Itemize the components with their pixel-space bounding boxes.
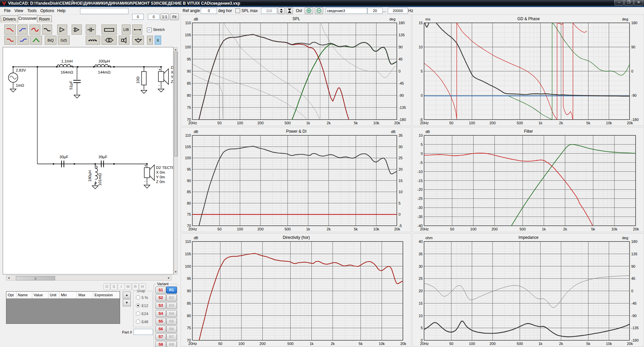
ref-angle-input[interactable] <box>201 8 217 14</box>
close-button[interactable]: ✕ <box>634 0 643 5</box>
capacitor-c1[interactable] <box>73 80 81 83</box>
tool-bandpass-red-button[interactable] <box>30 25 40 35</box>
column-header-value[interactable]: Value <box>32 292 48 298</box>
variant-s8-button[interactable]: S8 <box>155 341 166 347</box>
tool-speaker-button[interactable] <box>119 36 129 45</box>
overlay-remove-button[interactable] <box>315 7 323 14</box>
title-bar[interactable]: VituixCAD: D:\YandexDisk\СЕМЕЙНОЕ\ДИНАМИ… <box>0 0 644 7</box>
tool-lowpass-red-button[interactable] <box>4 25 16 35</box>
tool-buffer-button[interactable] <box>57 25 67 35</box>
move-up-button[interactable]: ▲ <box>123 292 131 299</box>
tool-lib-button[interactable]: LIB <box>122 25 130 35</box>
menu-help[interactable]: Help <box>55 8 68 14</box>
tool-wire-button[interactable] <box>132 25 142 35</box>
menu-view[interactable]: View <box>12 8 25 14</box>
freq-max-input[interactable] <box>388 8 408 14</box>
stretch-checkbox[interactable]: ✓ <box>147 28 152 32</box>
mode-h-button[interactable]: H <box>139 283 146 290</box>
toolbar-text-field[interactable] <box>80 8 128 14</box>
variant-s5-button[interactable]: S5 <box>155 318 166 325</box>
part-number-input[interactable] <box>134 329 153 335</box>
tool-inductor-button[interactable] <box>86 36 100 45</box>
column-header-min[interactable]: Min <box>60 292 77 298</box>
tool-transformer-button[interactable] <box>102 36 117 45</box>
tool-highshelf-blue-button[interactable] <box>17 36 29 45</box>
svg-text:25: 25 <box>419 276 423 280</box>
variant-r8-button[interactable]: R8 <box>166 341 177 347</box>
spl-max-checkbox[interactable] <box>235 8 240 13</box>
zoom-1to1-button[interactable]: 1:1 <box>160 13 169 20</box>
inductor-l2[interactable] <box>95 64 111 68</box>
variant-r6-button[interactable]: R6 <box>166 326 177 333</box>
column-header-max[interactable]: Max <box>77 292 93 298</box>
snap-option-e12[interactable]: E12 <box>136 303 148 308</box>
spl-max-input[interactable] <box>261 8 277 14</box>
spl-spinner[interactable] <box>278 7 285 14</box>
mode-o-button[interactable]: O <box>103 283 110 290</box>
tab-crossover[interactable]: Crossover <box>18 15 37 23</box>
svg-text:20Hz: 20Hz <box>420 227 429 231</box>
mode-s-button[interactable]: S <box>110 283 117 290</box>
tool-g(f)-button[interactable]: G(f) <box>58 36 70 45</box>
variant-s4-button[interactable]: S4 <box>155 310 166 317</box>
freq-min-input[interactable] <box>367 8 383 14</box>
variant-r3-button[interactable]: R3 <box>166 302 177 309</box>
snap-option-e24[interactable]: E24 <box>136 311 148 316</box>
column-header-opt[interactable]: Opt <box>6 292 16 298</box>
voltage-source[interactable] <box>8 73 18 82</box>
tool-biq-button[interactable]: BiQ <box>45 36 56 45</box>
snap-option-5%[interactable]: 5 % <box>136 295 148 300</box>
column-header-name[interactable]: Name <box>16 292 32 298</box>
project-name-input[interactable] <box>326 8 367 14</box>
variant-r1-button[interactable]: R1 <box>166 287 177 294</box>
minimize-button[interactable]: – <box>614 0 624 5</box>
tool-opamp-button[interactable] <box>72 25 82 35</box>
tab-drivers[interactable]: Drivers <box>1 15 18 23</box>
inductor-l1[interactable] <box>57 64 73 68</box>
menu-file[interactable]: File <box>2 8 12 14</box>
column-header-expression[interactable]: Expression <box>93 292 120 298</box>
schematic-hscrollbar[interactable]: ◄ ||| ► <box>6 275 172 280</box>
schematic-x-field[interactable] <box>132 14 144 20</box>
variant-r5-button[interactable]: R5 <box>166 318 177 325</box>
tool-shelf-button[interactable] <box>42 25 52 35</box>
variant-r7-button[interactable]: R7 <box>166 333 177 340</box>
tab-room[interactable]: Room <box>37 15 52 23</box>
tool-lowshelf-red-button[interactable] <box>4 36 16 45</box>
column-header-unit[interactable]: Unit <box>48 292 60 298</box>
tool-x-button[interactable]: X <box>155 36 161 45</box>
variant-s7-button[interactable]: S7 <box>155 333 166 340</box>
variant-r2-button[interactable]: R2 <box>166 294 177 301</box>
schematic-y-field[interactable] <box>148 14 159 20</box>
variant-s6-button[interactable]: S6 <box>155 326 166 333</box>
variant-r4-button[interactable]: R4 <box>166 310 177 317</box>
schematic-canvas[interactable]: 2,83V1mΩ1,1mH164mΩ51µF330µH144mΩ10Ω+-DXY… <box>3 47 174 274</box>
tool-peak-green-button[interactable] <box>30 36 42 45</box>
menu-options[interactable]: Options <box>38 8 56 14</box>
tool-ground-button[interactable] <box>132 36 144 45</box>
mode-i-button[interactable]: I <box>118 283 125 290</box>
move-down-button[interactable]: ▼ <box>123 299 131 306</box>
autoscale-button[interactable] <box>286 7 293 14</box>
zoom-fit-button[interactable]: Fit <box>170 13 179 20</box>
variant-s1-button[interactable]: S1 <box>155 287 166 294</box>
variant-s3-button[interactable]: S3 <box>155 302 166 309</box>
tool-resistor-button[interactable] <box>102 25 117 35</box>
overlay-add-button[interactable] <box>305 7 313 14</box>
tool-capacitor-button[interactable] <box>86 25 96 35</box>
svg-text:10k: 10k <box>373 121 379 125</box>
mode-m-button[interactable]: M <box>124 283 131 290</box>
parameter-table[interactable]: OptNameValueUnitMinMaxExpression <box>6 291 120 324</box>
resistor-r1[interactable] <box>142 72 146 85</box>
inductor-l3[interactable] <box>94 166 98 184</box>
restore-button[interactable]: ❐ <box>624 0 634 5</box>
snap-option-e48[interactable]: E48 <box>136 319 148 324</box>
variant-s2-button[interactable]: S2 <box>155 294 166 301</box>
tool-highpass-blue-button[interactable] <box>17 25 28 35</box>
menu-tools[interactable]: Tools <box>25 8 39 14</box>
schematic-vscrollbar[interactable]: ▲ ▼ <box>174 47 178 274</box>
mode-r-button[interactable]: R <box>132 283 139 290</box>
crossover-schematic[interactable]: 2,83V1mΩ1,1mH164mΩ51µF330µH144mΩ10Ω+-DXY… <box>3 47 173 274</box>
tool-t-button[interactable]: T <box>147 36 153 45</box>
svg-text:85: 85 <box>187 190 191 194</box>
